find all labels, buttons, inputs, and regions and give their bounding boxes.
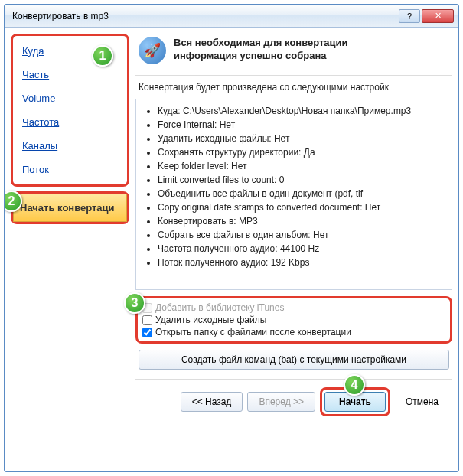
setting-row: Куда: C:\Users\Alexander\Desktop\Новая п… xyxy=(158,104,448,118)
titlebar: Конвертировать в mp3 ? ✕ xyxy=(5,5,458,28)
sidebar-item-chast[interactable]: Часть xyxy=(15,63,126,86)
back-button[interactable]: << Назад xyxy=(181,392,243,412)
checkbox-open-row: Открыть папку с файлами после конвертаци… xyxy=(142,326,445,338)
window-title: Конвертировать в mp3 xyxy=(12,11,399,21)
sidebar-item-potok[interactable]: Поток xyxy=(15,158,126,181)
header-line1: Вся необходимая для конвертации xyxy=(174,37,348,50)
checkbox-itunes-label: Добавить в библиотеку iTunes xyxy=(155,302,284,313)
header-block: 🚀 Вся необходимая для конвертации информ… xyxy=(135,34,452,73)
help-button[interactable]: ? xyxy=(399,9,420,23)
annotation-badge-3: 3 xyxy=(124,292,145,314)
settings-list: Куда: C:\Users\Alexander\Desktop\Новая п… xyxy=(135,99,452,290)
sidebar-item-kanaly[interactable]: Каналы xyxy=(15,134,126,158)
setting-row: Поток полученного аудио: 192 Kbps xyxy=(158,256,448,269)
sidebar-item-start[interactable]: Начать конвертаци xyxy=(13,194,127,222)
setting-row: Keep folder level: Нет xyxy=(158,159,448,173)
bat-button-row: Создать файл команд (bat) с текущими нас… xyxy=(135,350,452,370)
annotation-badge-4: 4 xyxy=(344,374,365,396)
checkbox-delete-label[interactable]: Удалить исходные файлы xyxy=(155,315,266,325)
setting-row: Удалить исходные файлы: Нет xyxy=(158,132,448,145)
checkbox-delete[interactable] xyxy=(142,315,152,325)
checkbox-open-label[interactable]: Открыть папку с файлами после конвертаци… xyxy=(155,327,351,337)
setting-row: Limit converted files to count: 0 xyxy=(158,173,448,187)
main-panel: 🚀 Вся необходимая для конвертации информ… xyxy=(135,34,452,465)
dialog-window: Конвертировать в mp3 ? ✕ 1 Куда Часть Vo… xyxy=(4,4,459,472)
checkbox-section: 3 Добавить в библиотеку iTunes Удалить и… xyxy=(135,296,452,344)
checkbox-itunes-row: Добавить в библиотеку iTunes xyxy=(142,302,445,314)
annotation-badge-1: 1 xyxy=(92,45,113,67)
setting-row: Force Internal: Нет xyxy=(158,118,448,132)
setting-row: Сохранять структуру директории: Да xyxy=(158,145,448,159)
intro-text: Конвертация будет произведена со следующ… xyxy=(135,82,452,93)
cancel-button[interactable]: Отмена xyxy=(395,392,449,412)
sidebar-item-volume[interactable]: Volume xyxy=(15,86,126,110)
checkbox-delete-row: Удалить исходные файлы xyxy=(142,314,445,326)
sidebar-steps-group: 1 Куда Часть Volume Частота Каналы Поток xyxy=(11,34,129,187)
setting-row: Частота полученного аудио: 44100 Hz xyxy=(158,242,448,256)
nav-button-row: << Назад Вперед >> 4 Начать Отмена xyxy=(135,379,452,416)
setting-row: Объединить все файлы в один документ (pd… xyxy=(158,187,448,201)
setting-row: Собрать все файлы в один альбом: Нет xyxy=(158,228,448,242)
header-text: Вся необходимая для конвертации информац… xyxy=(174,37,348,64)
sidebar: 1 Куда Часть Volume Частота Каналы Поток… xyxy=(11,34,129,465)
divider xyxy=(135,75,452,76)
setting-row: Конвертировать в: MP3 xyxy=(158,214,448,228)
create-bat-button[interactable]: Создать файл команд (bat) с текущими нас… xyxy=(139,350,449,370)
setting-row: Copy original date stamps to converted d… xyxy=(158,201,448,214)
content-area: 1 Куда Часть Volume Частота Каналы Поток… xyxy=(5,28,458,471)
rocket-icon: 🚀 xyxy=(139,37,166,64)
window-buttons: ? ✕ xyxy=(399,9,454,23)
sidebar-start-group: 2 Начать конвертаци xyxy=(11,191,129,224)
sidebar-item-chastota[interactable]: Частота xyxy=(15,110,126,134)
start-button-wrap: 4 Начать xyxy=(320,387,390,416)
close-button[interactable]: ✕ xyxy=(422,9,454,23)
header-line2: информация успешно собрана xyxy=(174,50,348,63)
forward-button: Вперед >> xyxy=(247,392,315,412)
checkbox-open[interactable] xyxy=(142,328,152,337)
